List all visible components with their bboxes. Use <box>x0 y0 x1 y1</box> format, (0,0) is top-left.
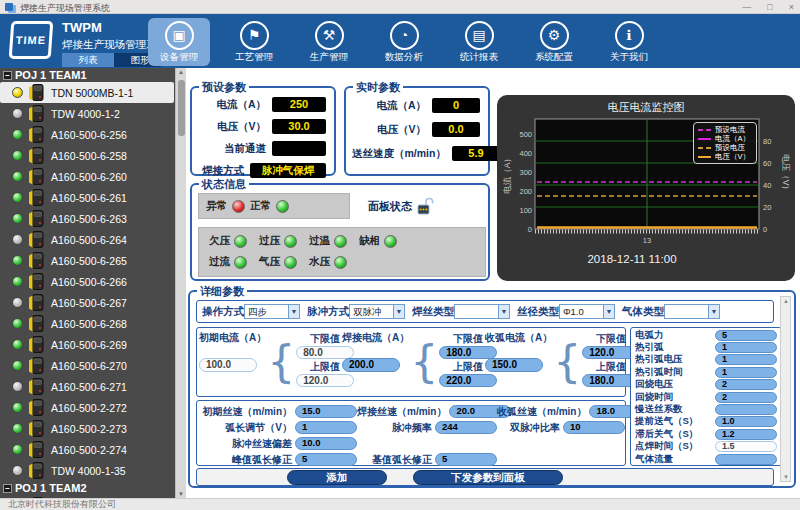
device-tree-item[interactable]: TDW 4000-1-35 <box>0 460 174 481</box>
device-tree-item[interactable]: A160-500-6-258 <box>0 145 174 166</box>
param-value-input[interactable]: 150.0 <box>485 358 543 372</box>
collapse-icon[interactable]: − <box>3 484 12 493</box>
device-name: A160-500-6-264 <box>51 234 127 246</box>
panel-state: 面板状态 <box>368 197 434 216</box>
scroll-down-icon[interactable]: ▼ <box>783 474 789 480</box>
scroll-up-icon[interactable]: ▲ <box>783 298 789 304</box>
param-value-input[interactable]: 5 <box>295 453 357 466</box>
fault-label: 过温 <box>309 234 330 248</box>
device-tree-item[interactable]: TDW 4000-1-2 <box>0 103 174 124</box>
param-value-display <box>272 141 326 156</box>
close-icon[interactable]: × <box>789 2 794 12</box>
param-value-input[interactable]: 10 <box>563 421 625 434</box>
param-value-input[interactable] <box>715 404 777 415</box>
device-tree-sidebar: − POJ 1 TEAM1 TDN 5000MB-1-1 <box>0 68 186 498</box>
svg-text:100: 100 <box>519 206 532 215</box>
scroll-thumb[interactable] <box>178 80 185 136</box>
lower-limit-label: 下限值 <box>453 332 483 346</box>
nav-item[interactable]: ◔ 数据分析 <box>373 18 435 66</box>
param-value-input[interactable]: 2 <box>715 392 777 403</box>
param-value-input[interactable]: 1.0 <box>715 416 777 427</box>
tree-group-header[interactable]: − POJ 1 TEAM2 <box>0 481 186 495</box>
param-value-input[interactable]: 15.0 <box>295 405 357 418</box>
device-tree-item[interactable]: TDN 5000MB-1-1 <box>0 82 174 103</box>
param-value-input[interactable]: 1 <box>715 354 777 365</box>
param-value-input[interactable]: 244 <box>435 421 497 434</box>
param-value-input[interactable]: 1 <box>715 342 777 353</box>
preset-row: 当前通道 <box>198 139 326 158</box>
device-tree-item[interactable]: A160-500-2-274 <box>0 439 174 460</box>
nav-item[interactable]: ℹ 关于我们 <box>598 18 660 66</box>
param-value-input[interactable]: 1.2 <box>715 429 777 440</box>
tree-group-header[interactable]: − POJ 1 TEAM1 <box>0 68 186 82</box>
device-tree-item[interactable]: A160-500-6-268 <box>0 313 174 334</box>
param-value-input[interactable]: 1 <box>295 421 357 434</box>
sidebar-scrollbar[interactable]: ▲ ▼ <box>175 68 186 498</box>
device-tree-item[interactable]: A160-500-6-270 <box>0 355 174 376</box>
chevron-down-icon[interactable]: ▼ <box>498 305 509 318</box>
brace-glyph <box>410 331 438 391</box>
device-tree-item[interactable]: A160-500-6-256 <box>0 124 174 145</box>
param-value-input[interactable]: 5 <box>435 453 497 466</box>
minimize-icon[interactable]: — <box>742 2 751 12</box>
svg-text:20: 20 <box>763 203 771 212</box>
param-value-input[interactable] <box>715 454 777 465</box>
param-value-input[interactable]: 10.0 <box>295 437 357 450</box>
scroll-down-icon[interactable]: ▼ <box>178 491 184 497</box>
param-value-input[interactable]: 100.0 <box>199 358 257 372</box>
device-tree-item[interactable]: A160-500-6-260 <box>0 166 174 187</box>
collapse-icon[interactable]: − <box>3 71 12 80</box>
nav-item[interactable]: ⚒ 生产管理 <box>298 18 360 66</box>
param-dropdown: 丝径类型 Φ1.0 ▼ <box>517 304 615 319</box>
dropdown-value <box>665 305 708 318</box>
nav-item[interactable]: ⚙ 系统配置 <box>523 18 585 66</box>
device-tree-item[interactable]: A160-500-6-264 <box>0 229 174 250</box>
param-value-input[interactable]: 2 <box>715 379 777 390</box>
dropdown-select[interactable]: 双脉冲 ▼ <box>349 304 405 319</box>
upper-limit-label: 上限值 <box>596 360 626 374</box>
nav-item[interactable]: ▣ 设备管理 <box>148 18 210 66</box>
device-tree-item[interactable]: A160-500-6-265 <box>0 250 174 271</box>
maximize-icon[interactable]: □ <box>767 2 772 12</box>
fault-led-cell: 过温 <box>309 234 347 248</box>
dropdown-select[interactable]: ▼ <box>664 304 720 319</box>
fault-label: 过压 <box>259 234 280 248</box>
scroll-up-icon[interactable]: ▲ <box>178 69 184 75</box>
nav-label: 设备管理 <box>148 51 210 64</box>
device-tree-item[interactable]: A160-500-6-261 <box>0 187 174 208</box>
chevron-down-icon[interactable]: ▼ <box>393 305 404 318</box>
nav-item[interactable]: ▤ 统计报表 <box>448 18 510 66</box>
app-header: TIME TWPM 焊接生产现场管理系统 列表图形 ▣ 设备管理 ⚑ 工艺管理 … <box>0 14 800 68</box>
device-tree-item[interactable]: A160-500-6-263 <box>0 208 174 229</box>
device-tree-item[interactable]: A160-500-6-271 <box>0 376 174 397</box>
dropdown-select[interactable]: Φ1.0 ▼ <box>559 304 615 319</box>
welder-machine-icon <box>28 210 44 227</box>
device-tree-item[interactable]: A160-500-6-267 <box>0 292 174 313</box>
device-tree-item[interactable]: A160-500-2-273 <box>0 418 174 439</box>
param-value-input[interactable]: 5 <box>715 330 777 341</box>
details-scrollbar[interactable]: ▲ ▼ <box>780 296 791 482</box>
brace-glyph <box>267 331 295 391</box>
device-tree-item[interactable]: A160-500-6-269 <box>0 334 174 355</box>
device-tree-item[interactable]: A160-500-6-266 <box>0 271 174 292</box>
device-tree-item[interactable]: A160-500-2-272 <box>0 397 174 418</box>
dropdown-select[interactable]: 四步 ▼ <box>244 304 300 319</box>
chevron-down-icon[interactable]: ▼ <box>288 305 299 318</box>
chevron-down-icon[interactable]: ▼ <box>708 305 719 318</box>
param-value-input[interactable]: 200.0 <box>342 358 400 372</box>
fault-label: 欠压 <box>209 234 230 248</box>
y-right-axis-label: 电压（V） <box>781 154 791 194</box>
welder-machine-icon <box>28 441 44 458</box>
param-value-input[interactable]: 1.5 <box>715 441 777 452</box>
device-status-led <box>12 129 23 140</box>
param-value-input[interactable]: 1 <box>715 367 777 378</box>
param-label: 脉冲频率 <box>357 421 432 435</box>
nav-item[interactable]: ⚑ 工艺管理 <box>223 18 285 66</box>
send-params-button[interactable]: 下发参数到面板 <box>413 470 563 485</box>
add-button[interactable]: 添加 <box>287 470 387 485</box>
dropdown-select[interactable]: ▼ <box>454 304 510 319</box>
chevron-down-icon[interactable]: ▼ <box>603 305 614 318</box>
device-status-led <box>12 423 23 434</box>
device-name: A160-500-6-269 <box>51 339 127 351</box>
view-toggle-button[interactable]: 列表 <box>62 53 114 67</box>
